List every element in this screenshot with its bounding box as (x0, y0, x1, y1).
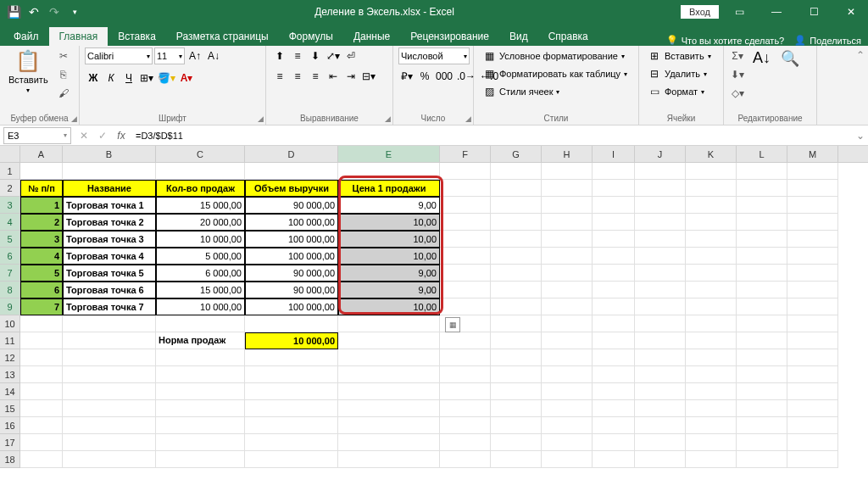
cell[interactable] (440, 163, 491, 180)
cell[interactable]: 15 000,00 (156, 282, 245, 298)
align-right-icon[interactable]: ≡ (307, 68, 324, 85)
cell[interactable] (737, 163, 787, 180)
cell[interactable] (156, 383, 245, 400)
cell[interactable] (787, 451, 838, 468)
cell[interactable] (593, 383, 635, 400)
cell[interactable] (440, 197, 491, 214)
cell[interactable]: 10 000,00 (245, 332, 338, 349)
cell[interactable]: 7 (20, 298, 63, 315)
col-header-A[interactable]: A (20, 146, 63, 162)
cell[interactable] (593, 282, 635, 298)
cell[interactable] (440, 214, 491, 231)
cell[interactable]: Цена 1 продажи (338, 180, 440, 197)
cell[interactable] (737, 298, 787, 315)
increase-indent-icon[interactable]: ⇥ (342, 68, 359, 85)
cell[interactable] (593, 400, 635, 417)
name-box[interactable]: E3▾ (3, 127, 71, 144)
cell[interactable]: 5 000,00 (156, 248, 245, 265)
cell[interactable] (787, 349, 838, 366)
col-header-E[interactable]: E (338, 146, 440, 162)
col-header-M[interactable]: M (787, 146, 838, 162)
cell[interactable] (635, 214, 686, 231)
cell[interactable] (686, 451, 737, 468)
cell[interactable] (491, 282, 542, 298)
cell[interactable] (542, 332, 593, 349)
cell[interactable] (156, 163, 245, 180)
cell[interactable] (593, 214, 635, 231)
cell[interactable]: 10 000,00 (156, 231, 245, 248)
cell[interactable] (737, 315, 787, 332)
cell[interactable] (737, 282, 787, 298)
cell[interactable] (338, 383, 440, 400)
cell[interactable] (440, 383, 491, 400)
cell[interactable]: Торговая точка 1 (63, 197, 156, 214)
cell[interactable]: Торговая точка 6 (63, 282, 156, 298)
percent-icon[interactable]: % (416, 68, 433, 85)
cell[interactable] (686, 383, 737, 400)
login-button[interactable]: Вход (681, 5, 719, 19)
find-button[interactable]: 🔍 (777, 47, 803, 70)
cell[interactable] (737, 349, 787, 366)
cell[interactable] (787, 298, 838, 315)
tell-me[interactable]: 💡Что вы хотите сделать? (666, 35, 785, 46)
row-header[interactable]: 1 (0, 163, 20, 180)
cell[interactable] (20, 349, 63, 366)
cell[interactable] (686, 434, 737, 451)
cell[interactable] (635, 383, 686, 400)
cell[interactable] (737, 332, 787, 349)
cell[interactable] (593, 298, 635, 315)
cell[interactable]: 100 000,00 (245, 214, 338, 231)
cell[interactable] (542, 417, 593, 434)
cell-styles-button[interactable]: ▨Стили ячеек▾ (479, 83, 563, 100)
cell[interactable] (737, 248, 787, 265)
row-header[interactable]: 15 (0, 400, 20, 417)
cell[interactable] (542, 214, 593, 231)
cell[interactable] (593, 451, 635, 468)
cell[interactable] (491, 298, 542, 315)
cell[interactable] (440, 434, 491, 451)
tab-pagelayout[interactable]: Разметка страницы (166, 27, 279, 46)
cell[interactable] (245, 383, 338, 400)
ribbon-display-icon[interactable]: ▭ (722, 0, 756, 24)
insert-cells-button[interactable]: ⊞Вставить▾ (644, 47, 715, 64)
cell[interactable] (440, 400, 491, 417)
cell[interactable]: 100 000,00 (245, 231, 338, 248)
cell[interactable] (635, 434, 686, 451)
cell[interactable]: 5 (20, 265, 63, 282)
cell[interactable]: 100 000,00 (245, 298, 338, 315)
cell[interactable] (737, 180, 787, 197)
row-header[interactable]: 6 (0, 248, 20, 265)
copy-icon[interactable]: ⎘ (55, 66, 72, 83)
cell[interactable] (635, 349, 686, 366)
tab-formulas[interactable]: Формулы (279, 27, 343, 46)
row-header[interactable]: 17 (0, 434, 20, 451)
cell[interactable] (20, 451, 63, 468)
cell[interactable] (542, 383, 593, 400)
qat-customize-icon[interactable]: ▾ (68, 5, 81, 19)
cell[interactable]: 4 (20, 248, 63, 265)
cell[interactable]: Кол-во продаж (156, 180, 245, 197)
cell[interactable] (686, 298, 737, 315)
cell[interactable] (440, 417, 491, 434)
font-size-combo[interactable]: 11▾ (154, 47, 185, 64)
cell[interactable]: 2 (20, 214, 63, 231)
cell[interactable] (20, 163, 63, 180)
row-header[interactable]: 5 (0, 231, 20, 248)
font-color-button[interactable]: A▾ (178, 70, 195, 86)
cell[interactable]: 15 000,00 (156, 197, 245, 214)
cell[interactable] (63, 451, 156, 468)
cell[interactable] (491, 197, 542, 214)
cell[interactable] (542, 349, 593, 366)
cell[interactable] (593, 315, 635, 332)
cell[interactable] (338, 349, 440, 366)
cell[interactable] (593, 417, 635, 434)
cell[interactable] (686, 332, 737, 349)
cell[interactable] (737, 214, 787, 231)
cell[interactable] (593, 265, 635, 282)
cell[interactable] (491, 451, 542, 468)
cell[interactable]: 20 000,00 (156, 214, 245, 231)
cell[interactable] (338, 163, 440, 180)
cell[interactable] (593, 180, 635, 197)
cell[interactable] (542, 163, 593, 180)
cell[interactable] (491, 214, 542, 231)
